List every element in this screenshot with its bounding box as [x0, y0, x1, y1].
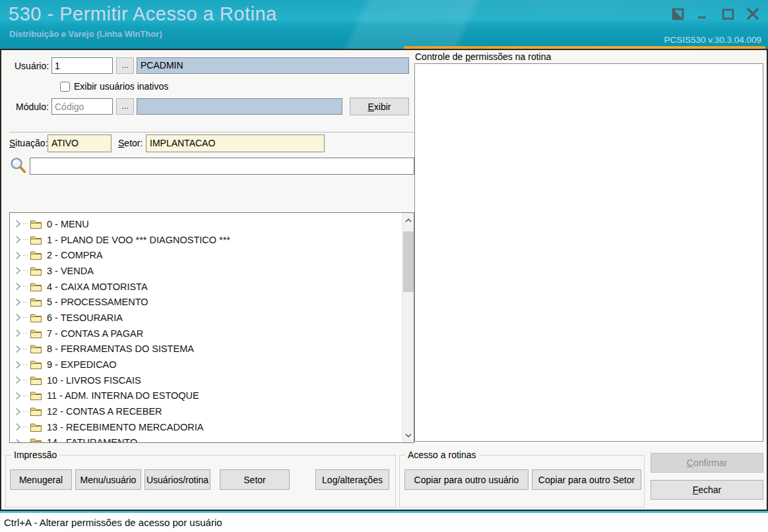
- tree-node[interactable]: 0 - MENU: [10, 216, 402, 232]
- impressao-group: Impressão Menu geral Menu/usuário Usuári…: [5, 455, 396, 508]
- menu-geral-button[interactable]: Menu geral: [10, 469, 72, 490]
- situacao-label: Situação:: [9, 135, 48, 152]
- scroll-down-icon[interactable]: [402, 429, 414, 441]
- tree-connector: [23, 365, 28, 365]
- permissions-list[interactable]: [414, 63, 763, 442]
- setor-button[interactable]: Setor: [220, 469, 290, 490]
- chevron-right-icon[interactable]: [15, 220, 22, 228]
- folder-icon: [30, 406, 42, 417]
- usuarios-rotina-button[interactable]: Usuários/rotina: [144, 469, 210, 490]
- impressao-group-label: Impressão: [11, 450, 59, 461]
- chevron-right-icon[interactable]: [15, 361, 22, 369]
- tree-node[interactable]: 11 - ADM. INTERNA DO ESTOQUE: [10, 388, 402, 404]
- modulo-name-field: [137, 98, 342, 115]
- modulo-browse-button[interactable]: ...: [116, 98, 134, 115]
- tree-node[interactable]: 14 - FATURAMENTO: [10, 435, 402, 442]
- tree-node-label: 4 - CAIXA MOTORISTA: [47, 281, 148, 292]
- search-input[interactable]: [30, 158, 414, 175]
- copiar-outro-usuario-button[interactable]: Copiar para outro usuário: [404, 469, 528, 490]
- tree-connector: [23, 239, 28, 240]
- exibir-inativos-checkbox[interactable]: [60, 82, 70, 92]
- tree-node[interactable]: 13 - RECEBIMENTO MERCADORIA: [10, 419, 402, 435]
- window-title: 530 - Permitir Acesso a Rotina: [9, 3, 277, 25]
- log-alteracoes-button[interactable]: Log/alterações: [315, 469, 389, 490]
- tree-connector: [23, 286, 28, 287]
- chevron-right-icon[interactable]: [15, 251, 22, 260]
- modulo-code-input[interactable]: [51, 98, 113, 115]
- minimize-icon[interactable]: [695, 7, 710, 21]
- tree-node-label: 11 - ADM. INTERNA DO ESTOQUE: [47, 390, 199, 401]
- chevron-right-icon[interactable]: [15, 298, 22, 307]
- tree-connector: [23, 411, 28, 412]
- tree-connector: [23, 302, 28, 303]
- usuario-name-field: PCADMIN: [137, 57, 409, 74]
- tree-connector: [23, 380, 28, 380]
- acesso-group-label: Acesso a rotinas: [405, 450, 479, 461]
- chevron-right-icon[interactable]: [15, 376, 22, 384]
- chevron-right-icon[interactable]: [15, 282, 22, 291]
- exibir-button[interactable]: Exibir: [350, 98, 409, 115]
- chevron-right-icon[interactable]: [15, 266, 22, 275]
- tree-node-label: 8 - FERRAMENTAS DO SISTEMA: [47, 343, 194, 354]
- chevron-right-icon[interactable]: [15, 329, 22, 338]
- tree-node[interactable]: 5 - PROCESSAMENTO: [10, 294, 402, 310]
- resize-icon[interactable]: [670, 7, 685, 21]
- chevron-right-icon[interactable]: [15, 392, 22, 400]
- folder-icon: [30, 390, 42, 401]
- tree-node[interactable]: 12 - CONTAS A RECEBER: [10, 403, 402, 419]
- tree-node-label: 10 - LIVROS FISCAIS: [47, 375, 141, 386]
- modulo-label: Módulo:: [16, 99, 49, 115]
- chevron-right-icon[interactable]: [15, 235, 22, 244]
- chevron-right-icon[interactable]: [15, 438, 22, 442]
- tree-node[interactable]: 2 - COMPRA: [10, 247, 402, 263]
- tree-node-label: 3 - VENDA: [47, 266, 94, 276]
- chevron-right-icon[interactable]: [15, 407, 22, 416]
- tree-node[interactable]: 7 - CONTAS A PAGAR: [10, 326, 402, 341]
- tree-connector: [23, 396, 28, 396]
- usuario-browse-button[interactable]: ...: [116, 57, 134, 74]
- tree-node-label: 0 - MENU: [47, 219, 89, 229]
- routine-tree-box: 0 - MENU 1 - PLANO DE VOO *** DIAGNOSTIC…: [9, 212, 414, 443]
- setor-field: IMPLANTACAO: [146, 134, 325, 152]
- scrollbar-thumb[interactable]: [403, 231, 414, 292]
- accent-line: [404, 46, 765, 49]
- title-bar: 530 - Permitir Acesso a Rotina Distribui…: [0, 0, 768, 49]
- tree-node[interactable]: 3 - VENDA: [10, 263, 402, 279]
- fechar-button[interactable]: Fechar: [651, 480, 763, 500]
- chevron-right-icon[interactable]: [15, 423, 22, 431]
- usuario-code-input[interactable]: [51, 57, 113, 74]
- status-bar: Ctrl+A - Alterar permissões de acesso po…: [0, 511, 768, 532]
- tree-node[interactable]: 8 - FERRAMENTAS DO SISTEMA: [10, 341, 402, 357]
- tree-node[interactable]: 4 - CAIXA MOTORISTA: [10, 279, 402, 295]
- tree-node[interactable]: 6 - TESOURARIA: [10, 310, 402, 326]
- folder-icon: [30, 312, 42, 323]
- tree-connector: [23, 349, 28, 349]
- exibir-inativos-label: Exibir usuários inativos: [74, 78, 168, 95]
- tree-connector: [23, 427, 28, 427]
- setor-label: Setor:: [118, 135, 143, 152]
- folder-icon: [30, 297, 42, 307]
- usuario-label: Usuário:: [15, 58, 49, 74]
- tree-node-label: 7 - CONTAS A PAGAR: [47, 328, 143, 339]
- tree-node[interactable]: 10 - LIVROS FISCAIS: [10, 372, 402, 388]
- window-subtitle: Distribuição e Varejo (Linha WinThor): [9, 29, 162, 39]
- tree-node-label: 13 - RECEBIMENTO MERCADORIA: [47, 422, 203, 432]
- copiar-outro-setor-button[interactable]: Copiar para outro Setor: [532, 469, 641, 490]
- chevron-right-icon[interactable]: [15, 313, 22, 322]
- close-icon[interactable]: [746, 7, 760, 21]
- tree-node[interactable]: 1 - PLANO DE VOO *** DIAGNOSTICO ***: [10, 232, 402, 248]
- routine-tree[interactable]: 0 - MENU 1 - PLANO DE VOO *** DIAGNOSTIC…: [10, 216, 402, 442]
- tree-node-label: 6 - TESOURARIA: [47, 312, 123, 323]
- tree-node-label: 1 - PLANO DE VOO *** DIAGNOSTICO ***: [47, 235, 230, 245]
- tree-node-label: 14 - FATURAMENTO: [47, 437, 137, 442]
- maximize-icon[interactable]: [720, 7, 735, 21]
- scroll-up-icon[interactable]: [402, 214, 414, 226]
- tree-scrollbar[interactable]: [402, 213, 414, 442]
- tree-node[interactable]: 9 - EXPEDICAO: [10, 357, 402, 372]
- folder-icon: [30, 266, 42, 276]
- chevron-right-icon[interactable]: [15, 345, 22, 353]
- confirmar-button[interactable]: Confirmar: [651, 453, 763, 473]
- menu-usuario-button[interactable]: Menu/usuário: [75, 469, 141, 490]
- situacao-field: ATIVO: [48, 134, 112, 152]
- folder-icon: [30, 281, 42, 292]
